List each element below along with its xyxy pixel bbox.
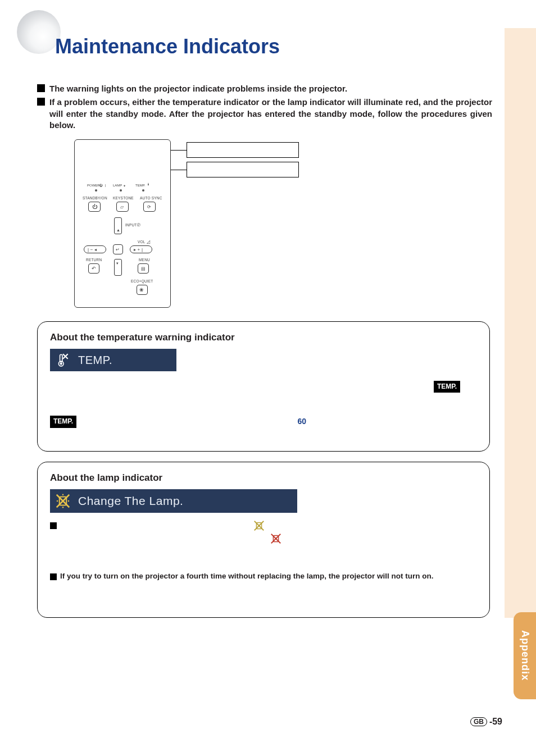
temp-osd-text: TEMP. [76,354,176,367]
temp-indicator-label: TEMP. [135,184,146,187]
svg-point-11 [62,507,64,508]
lamp-glyph: ✦ [123,184,126,188]
language-badge: GB [470,717,487,726]
page-title: Maintenance Indicators [55,35,280,58]
power-indicator-label: POWER [87,184,100,187]
appendix-side-tab: Appendix [514,612,536,699]
appendix-label: Appendix [519,630,531,681]
temperature-warning-box: About the temperature warning indicator … [37,321,490,452]
page-ref-link: 60 [297,417,306,426]
temp-osd-bar: TEMP. [50,349,176,371]
page-footer: GB -59 [470,717,502,727]
lamp-body-paragraph: When the remaining lamp life becomes 5% … [50,520,477,556]
eco-label: ECO+QUIET [131,279,153,283]
autosync-button: ⟳ [143,202,156,212]
intro-text-2: If a problem occurs, either the temperat… [49,97,492,131]
enter-button: ↵ [113,244,123,254]
power-glyph: ⏻ [99,184,103,187]
temp-pill-1: TEMP. [434,381,460,393]
svg-point-9 [68,500,70,502]
keystone-label: KEYSTONE [113,196,134,200]
input-label: INPUT [125,223,137,227]
return-label: RETURN [86,258,102,262]
document-page: Appendix Maintenance Indicators The warn… [0,0,536,756]
intro-bullet-2: If a problem occurs, either the temperat… [37,97,492,131]
return-button: ↶ [88,263,99,274]
lamp-indicator-box: About the lamp indicator Change The Lamp… [37,462,490,618]
temp-osd-icon [50,349,76,371]
lamp-box-title: About the lamp indicator [50,472,477,484]
lamp-icon-red [270,532,282,545]
svg-point-8 [57,500,58,502]
vol-plus-button: ▸ + | [130,245,152,253]
page-number: -59 [489,717,502,727]
decorative-sphere [17,10,61,54]
temp-pill-2: TEMP. [50,416,76,427]
square-bullet-icon [50,573,57,580]
keystone-button: ▱ [116,202,129,212]
lamp-osd-bar: Change The Lamp. [50,489,297,513]
autosync-label: AUTO SYNC [140,196,162,200]
eco-button: ❀ [137,285,148,295]
input-up-button: ▲ [114,217,122,234]
square-bullet-icon [50,522,57,529]
callout-lamp-indicator [187,162,299,177]
callout-temp-indicator [187,142,299,158]
svg-point-4 [60,362,62,365]
temp-glyph: 🌡 [147,183,150,186]
lamp-indicator-label: LAMP [113,184,122,187]
appendix-color-strip [505,28,536,618]
temp-indicator-dot [142,189,144,192]
lamp-cross-icon [54,493,71,509]
square-bullet-icon [37,84,45,92]
lamp-osd-text: Change The Lamp. [76,494,297,508]
menu-button: ▤ [138,263,149,274]
standby-label: STANDBY/ON [83,196,107,200]
intro-paragraph: The warning lights on the projector indi… [37,83,492,133]
temp-box-title: About the temperature warning indicator [50,332,477,343]
lamp-osd-icon [50,489,76,513]
input-down-button: ▾ [114,259,122,276]
page-title-wrap: Maintenance Indicators [55,35,280,58]
intro-bullet-1: The warning lights on the projector indi… [37,83,492,94]
lamp-warning-text: If you try to turn on the projector a fo… [60,572,434,580]
svg-point-10 [62,494,64,496]
thermometer-warning-icon [56,353,70,367]
vol-icon: ◿ [147,239,150,244]
vol-label: VOL [138,240,146,244]
lamp-icon-yellow [253,520,265,532]
power-indicator-dot [95,189,97,192]
vol-minus-button: | − ◂ [84,245,106,253]
intro-text-1: The warning lights on the projector indi… [49,83,347,94]
temp-body-paragraph: If the temperature inside the projector … [50,380,477,428]
standby-button: ⏻ [88,202,101,212]
menu-label: MENU [139,258,150,262]
square-bullet-icon [37,98,45,106]
svg-rect-2 [60,354,62,362]
projector-control-panel: POWER ⏻ | LAMP ✦ TEMP. 🌡 STANDBY/ON KEYS… [74,139,171,308]
input-icon: ⎚ [137,222,140,227]
lamp-warning-line: If you try to turn on the projector a fo… [50,572,477,580]
lamp-indicator-dot [120,189,122,192]
